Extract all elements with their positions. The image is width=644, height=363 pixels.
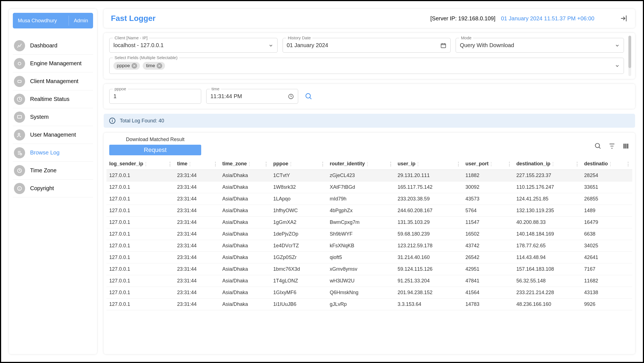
table-cell: 40.200.88.33 <box>514 217 581 228</box>
columns-icon[interactable] <box>622 142 630 150</box>
table-cell: Asia/Dhaka <box>220 252 271 263</box>
column-header[interactable]: destination_ip↑↓⋮ <box>514 158 581 170</box>
nav-users[interactable]: User Management <box>13 126 93 144</box>
svg-rect-14 <box>625 144 626 148</box>
table-row[interactable]: 127.0.0.123:31:44Asia/Dhaka1GIxyMF6Q6Hms… <box>106 287 632 299</box>
table-cell: Asia/Dhaka <box>220 217 271 228</box>
table-cell: 5764 <box>463 205 514 217</box>
table-cell: 34025 <box>581 240 632 252</box>
copyright-icon: c <box>14 183 25 194</box>
table-row[interactable]: 127.0.0.123:31:44Asia/Dhaka1CTvtYzGjeCL4… <box>106 170 632 182</box>
table-cell: 1489 <box>581 205 632 217</box>
table-row[interactable]: 127.0.0.123:31:44Asia/Dhaka1dePjvZOpSh9b… <box>106 228 632 240</box>
table-cell: 91.251.33.204 <box>395 275 463 287</box>
nav-label: Realtime Status <box>30 96 69 102</box>
table-cell: 23:31:44 <box>174 287 219 299</box>
table-cell: 14783 <box>463 299 514 310</box>
chip-remove-icon[interactable]: ✕ <box>132 63 137 69</box>
mode-select[interactable]: Mode Query With Download <box>456 38 624 53</box>
field-label: time <box>210 86 221 91</box>
pppoe-input[interactable]: pppoe 1 <box>109 89 201 104</box>
search-button[interactable] <box>303 89 314 104</box>
realtime-icon <box>14 94 25 105</box>
table-row[interactable]: 127.0.0.123:31:44Asia/Dhaka1GZp0SZrqioft… <box>106 252 632 263</box>
nav-label: Copyright <box>30 185 54 192</box>
nav-realtime[interactable]: Realtime Status <box>13 90 93 108</box>
table-row[interactable]: 127.0.0.123:31:44Asia/Dhaka1hfhyOWC4bPgp… <box>106 205 632 217</box>
info-text: Total Log Found: 40 <box>120 118 164 124</box>
table-row[interactable]: 127.0.0.123:31:44Asia/Dhaka1e4DVcrTZkFsX… <box>106 240 632 252</box>
table-cell: 23:31:44 <box>174 205 219 217</box>
calendar-icon[interactable] <box>440 42 446 49</box>
table-cell: 127.0.0.1 <box>106 252 174 263</box>
table-row[interactable]: 127.0.0.123:31:44Asia/Dhaka1gGmXA2BwmCpx… <box>106 217 632 228</box>
svg-rect-3 <box>18 115 21 118</box>
request-button[interactable]: Request <box>109 145 201 155</box>
column-header[interactable]: user_ip↑↓⋮ <box>395 158 463 170</box>
table-row[interactable]: 127.0.0.123:31:44Asia/Dhaka1bmc76X3dxGmv… <box>106 263 632 275</box>
column-header[interactable]: pppoe↑↓⋮ <box>270 158 327 170</box>
system-icon <box>14 112 25 123</box>
table-cell: 127.0.0.1 <box>106 228 174 240</box>
table-cell: 23:31:44 <box>174 170 219 182</box>
nav-engine[interactable]: Engine Management <box>13 55 93 72</box>
clock-icon[interactable] <box>288 93 294 100</box>
table-row[interactable]: 127.0.0.123:31:44Asia/Dhaka1W8srk32XAtF7… <box>106 182 632 193</box>
table-cell: Asia/Dhaka <box>220 193 271 205</box>
chip-remove-icon[interactable]: ✕ <box>157 63 162 69</box>
table-row[interactable]: 127.0.0.123:31:44Asia/Dhaka1T4gLONZwH3lJ… <box>106 275 632 287</box>
table-cell: 42951 <box>463 263 514 275</box>
field-value: 11:31:44 PM <box>210 93 288 100</box>
table-row[interactable]: 127.0.0.123:31:44Asia/Dhaka1LApqomId79h2… <box>106 193 632 205</box>
table-cell: zGjeCL423 <box>327 170 395 182</box>
column-header[interactable]: destinatio↑↓⋮ <box>581 158 632 170</box>
theme-toggle-icon[interactable] <box>607 14 615 22</box>
nav-timezone[interactable]: Time Zone <box>13 162 93 180</box>
table-cell: 9926 <box>581 299 632 310</box>
column-header[interactable]: time_zone↑↓⋮ <box>220 158 271 170</box>
logout-icon[interactable] <box>620 14 628 22</box>
nav-system[interactable]: System <box>13 108 93 126</box>
table-cell: 1hfhyOWC <box>270 205 327 217</box>
column-header[interactable]: router_identity↑↓⋮ <box>327 158 395 170</box>
table-row[interactable]: 127.0.0.123:31:44Asia/Dhaka1i1IUuJB6gJLv… <box>106 299 632 310</box>
table-cell: 127.0.0.1 <box>106 287 174 299</box>
svg-rect-15 <box>627 144 628 148</box>
main: Fast Logger [Server IP: 192.168.0.109] 0… <box>104 9 635 354</box>
time-input[interactable]: time 11:31:44 PM <box>206 89 298 104</box>
table-cell: 127.0.0.1 <box>106 263 174 275</box>
column-header[interactable]: time↑↓⋮ <box>174 158 219 170</box>
table-cell: Q6HmskNng <box>327 287 395 299</box>
table-cell: 33651 <box>581 182 632 193</box>
scrollbar[interactable] <box>628 33 632 79</box>
client-select[interactable]: Client [Name - IP] localhost - 127.0.0.1 <box>109 38 278 53</box>
table-cell: 123.212.59.178 <box>395 240 463 252</box>
table-cell: 233.203.38.59 <box>395 193 463 205</box>
table-cell: 43138 <box>581 287 632 299</box>
table-cell: 1GZp0SZr <box>270 252 327 263</box>
column-header[interactable]: user_port↑↓⋮ <box>463 158 514 170</box>
filter-icon[interactable] <box>608 142 616 150</box>
user-role: Admin <box>69 18 93 24</box>
table-cell: 114.43.48.94 <box>514 252 581 263</box>
nav-browselog[interactable]: Browse Log <box>13 144 93 162</box>
table-cell: 11682 <box>581 275 632 287</box>
table-cell: 1bmc76X3d <box>270 263 327 275</box>
nav-dashboard[interactable]: Dashboard <box>13 37 93 55</box>
chip-pppoe: pppoe✕ <box>113 62 140 70</box>
nav-client[interactable]: Client Management <box>13 72 93 90</box>
table-cell: 23:31:44 <box>174 193 219 205</box>
table-cell: 201.94.238.152 <box>395 287 463 299</box>
users-icon <box>14 129 25 141</box>
nav-copyright[interactable]: c Copyright <box>13 180 93 197</box>
query-panel: Client [Name - IP] localhost - 127.0.0.1… <box>104 33 635 79</box>
table-cell: 23:31:44 <box>174 299 219 310</box>
column-header[interactable]: log_sender_ip↑↓⋮ <box>106 158 174 170</box>
sidebar: Musa Chowdhury Admin Dashboard Engine Ma… <box>9 9 97 354</box>
select-fields-input[interactable]: Select Fields (Multiple Selectable) pppo… <box>109 58 624 74</box>
field-value: 1 <box>113 93 197 100</box>
table-search-icon[interactable] <box>594 142 602 150</box>
table-cell: wH3lJW2U <box>327 275 395 287</box>
table-cell: 127.0.0.1 <box>106 217 174 228</box>
history-date-input[interactable]: History Date 01 January 2024 <box>283 38 451 53</box>
